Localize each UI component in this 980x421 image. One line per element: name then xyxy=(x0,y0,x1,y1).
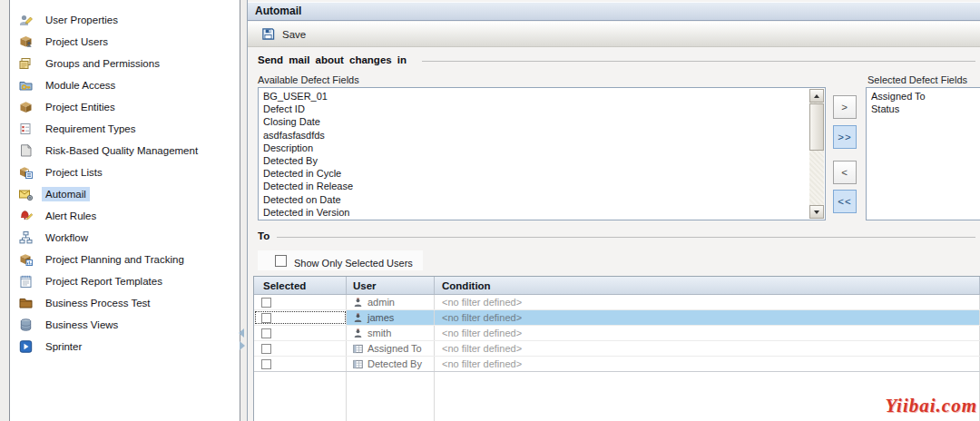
remove-field-button[interactable]: < xyxy=(833,161,857,184)
available-fields-label: Available Defect Fields xyxy=(258,74,359,85)
row-checkbox[interactable] xyxy=(261,344,271,354)
show-only-selected-users-checkbox[interactable] xyxy=(275,255,287,267)
business-process-test-icon xyxy=(18,296,34,310)
workflow-icon xyxy=(18,230,34,245)
sidebar-item-user-properties[interactable]: User Properties xyxy=(10,9,240,31)
column-header-selected[interactable]: Selected xyxy=(254,277,347,294)
project-lists-icon xyxy=(18,165,34,180)
user-name: Detected By xyxy=(368,358,422,369)
sidebar-item-workflow[interactable]: Workflow xyxy=(10,227,240,249)
sidebar-item-module-access[interactable]: Module Access xyxy=(10,74,240,96)
row-checkbox[interactable] xyxy=(261,328,271,338)
sidebar-item-planning-tracking[interactable]: Project Planning and Tracking xyxy=(10,249,240,270)
sidebar-item-risk-based-quality[interactable]: Risk-Based Quality Management xyxy=(10,140,240,162)
table-row[interactable]: smith <no filter defined> xyxy=(254,326,980,341)
send-mail-group-line xyxy=(422,61,975,62)
sidebar-item-alert-rules[interactable]: Alert Rules xyxy=(10,205,240,227)
page-title: Automail xyxy=(248,2,980,21)
list-item[interactable]: Assigned To xyxy=(871,90,980,103)
add-all-fields-button[interactable]: >> xyxy=(833,125,857,149)
arrow-up-icon xyxy=(814,94,819,98)
scroll-up-button[interactable] xyxy=(809,89,824,103)
sidebar-item-label: Alert Rules xyxy=(42,209,100,223)
sidebar-item-label: Business Process Test xyxy=(42,296,153,310)
sidebar-item-label: Automail xyxy=(42,187,90,201)
sidebar-item-label: Project Report Templates xyxy=(42,274,166,289)
list-item[interactable]: Detected in Cycle xyxy=(263,167,825,180)
user-name: Assigned To xyxy=(368,343,422,354)
list-item[interactable]: Status xyxy=(871,103,980,115)
row-checkbox[interactable] xyxy=(261,359,271,369)
sidebar-item-label: User Properties xyxy=(42,13,122,27)
sidebar-item-automail[interactable]: Automail xyxy=(10,183,240,205)
module-access-icon xyxy=(18,78,34,93)
selected-fields-listbox[interactable]: Assigned To Status xyxy=(866,87,980,220)
list-item[interactable]: Detected By xyxy=(263,154,825,167)
condition-value[interactable]: <no filter defined> xyxy=(442,297,522,308)
planning-tracking-icon xyxy=(18,252,34,267)
list-item[interactable]: asdfasfasdfds xyxy=(263,129,825,142)
users-table: Selected User Condition admin <no filter… xyxy=(253,276,980,421)
remove-all-fields-button[interactable]: << xyxy=(833,190,857,213)
table-empty-area xyxy=(254,372,980,421)
scrollbar-thumb[interactable] xyxy=(809,103,824,151)
sidebar-item-project-users[interactable]: Project Users xyxy=(10,31,240,53)
sidebar-splitter[interactable] xyxy=(238,328,247,350)
condition-value[interactable]: <no filter defined> xyxy=(442,343,522,354)
user-icon xyxy=(353,298,363,308)
automail-icon xyxy=(18,187,34,201)
user-icon xyxy=(353,313,363,323)
sidebar-item-project-entities[interactable]: Project Entities xyxy=(10,96,240,118)
list-item[interactable]: Defect ID xyxy=(263,103,825,115)
condition-value[interactable]: <no filter defined> xyxy=(442,312,522,323)
sidebar-item-label: Project Entities xyxy=(42,100,119,114)
user-name: smith xyxy=(368,328,391,338)
row-checkbox[interactable] xyxy=(261,298,271,308)
table-row[interactable]: Detected By <no filter defined> xyxy=(254,357,980,372)
sidebar-item-label: Business Views xyxy=(42,318,122,332)
add-field-button[interactable]: > xyxy=(833,95,857,119)
risk-based-quality-icon xyxy=(18,143,34,158)
sidebar-item-groups-permissions[interactable]: Groups and Permissions xyxy=(10,53,240,74)
sidebar-item-project-lists[interactable]: Project Lists xyxy=(10,162,240,183)
save-button[interactable]: Save xyxy=(255,24,312,44)
watermark: Yiibai.com xyxy=(885,395,977,417)
groups-permissions-icon xyxy=(18,56,34,71)
table-row-selected[interactable]: james <no filter defined> xyxy=(254,310,980,326)
sidebar-item-label: Project Lists xyxy=(42,165,106,180)
list-item[interactable]: Description xyxy=(263,142,825,154)
row-checkbox[interactable] xyxy=(261,313,271,323)
sidebar-item-label: Groups and Permissions xyxy=(42,56,163,71)
table-row[interactable]: admin <no filter defined> xyxy=(254,295,980,310)
vertical-scrollbar[interactable] xyxy=(809,89,824,219)
project-users-icon xyxy=(18,34,34,49)
expand-right-icon[interactable] xyxy=(240,341,245,350)
collapse-left-icon[interactable] xyxy=(239,328,244,338)
condition-value[interactable]: <no filter defined> xyxy=(442,358,522,369)
list-item[interactable]: Detected on Date xyxy=(263,193,825,206)
selected-fields-label: Selected Defect Fields xyxy=(867,74,967,85)
scroll-down-button[interactable] xyxy=(809,205,824,219)
column-header-user[interactable]: User xyxy=(347,277,435,294)
user-icon xyxy=(353,328,363,338)
requirement-types-icon xyxy=(18,122,34,136)
sidebar-item-report-templates[interactable]: Project Report Templates xyxy=(10,270,240,292)
save-button-label: Save xyxy=(282,29,306,40)
field-icon xyxy=(353,344,363,354)
sidebar-item-label: Module Access xyxy=(42,78,119,93)
condition-value[interactable]: <no filter defined> xyxy=(442,328,522,338)
save-icon xyxy=(261,27,275,41)
list-item[interactable]: Closing Date xyxy=(263,115,825,128)
list-item[interactable]: Detected in Release xyxy=(263,180,825,192)
table-header: Selected User Condition xyxy=(254,277,980,295)
table-row[interactable]: Assigned To <no filter defined> xyxy=(254,341,980,357)
sidebar-item-sprinter[interactable]: Sprinter xyxy=(10,336,240,357)
available-fields-listbox[interactable]: BG_USER_01 Defect ID Closing Date asdfas… xyxy=(258,87,826,220)
sidebar-item-business-process-test[interactable]: Business Process Test xyxy=(10,292,240,314)
list-item[interactable]: BG_USER_01 xyxy=(263,90,825,103)
sidebar-item-business-views[interactable]: Business Views xyxy=(10,314,240,336)
column-header-condition[interactable]: Condition xyxy=(435,277,980,294)
sidebar-item-requirement-types[interactable]: Requirement Types xyxy=(10,118,240,140)
sidebar-item-label: Sprinter xyxy=(42,339,85,354)
list-item[interactable]: Detected in Version xyxy=(263,206,825,219)
